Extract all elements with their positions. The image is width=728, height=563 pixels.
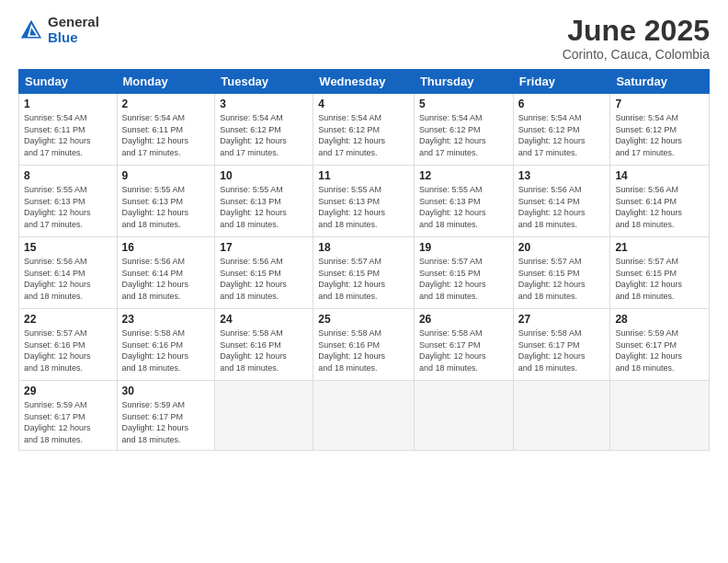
- day-info: Sunrise: 5:55 AMSunset: 6:13 PMDaylight:…: [419, 184, 508, 230]
- day-number: 1: [24, 98, 112, 110]
- calendar-cell: 10Sunrise: 5:55 AMSunset: 6:13 PMDayligh…: [215, 166, 313, 237]
- calendar-week-row: 1Sunrise: 5:54 AMSunset: 6:11 PMDaylight…: [19, 94, 710, 166]
- day-number: 7: [615, 98, 704, 110]
- calendar-cell: 4Sunrise: 5:54 AMSunset: 6:12 PMDaylight…: [313, 94, 415, 166]
- day-info: Sunrise: 5:54 AMSunset: 6:11 PMDaylight:…: [24, 112, 112, 158]
- calendar-cell: 15Sunrise: 5:56 AMSunset: 6:14 PMDayligh…: [19, 237, 118, 309]
- calendar-cell: 27Sunrise: 5:58 AMSunset: 6:17 PMDayligh…: [513, 309, 610, 381]
- day-info: Sunrise: 5:54 AMSunset: 6:12 PMDaylight:…: [615, 112, 704, 158]
- day-info: Sunrise: 5:54 AMSunset: 6:12 PMDaylight:…: [419, 112, 508, 158]
- weekday-header-saturday: Saturday: [610, 70, 710, 94]
- day-info: Sunrise: 5:59 AMSunset: 6:17 PMDaylight:…: [122, 399, 210, 445]
- day-info: Sunrise: 5:55 AMSunset: 6:13 PMDaylight:…: [318, 184, 409, 230]
- weekday-header-monday: Monday: [117, 70, 215, 94]
- day-info: Sunrise: 5:58 AMSunset: 6:17 PMDaylight:…: [419, 327, 508, 373]
- weekday-header-sunday: Sunday: [19, 70, 118, 94]
- day-number: 28: [615, 313, 704, 326]
- calendar-cell: 14Sunrise: 5:56 AMSunset: 6:14 PMDayligh…: [610, 166, 710, 237]
- day-info: Sunrise: 5:55 AMSunset: 6:13 PMDaylight:…: [220, 184, 308, 230]
- day-number: 12: [419, 169, 508, 182]
- day-info: Sunrise: 5:55 AMSunset: 6:13 PMDaylight:…: [122, 184, 210, 230]
- day-info: Sunrise: 5:56 AMSunset: 6:14 PMDaylight:…: [122, 256, 210, 302]
- calendar-header-row: SundayMondayTuesdayWednesdayThursdayFrid…: [19, 70, 710, 94]
- month-title: June 2025: [563, 15, 710, 47]
- page: General Blue June 2025 Corinto, Cauca, C…: [0, 0, 728, 563]
- day-number: 2: [122, 98, 210, 110]
- calendar-cell: 26Sunrise: 5:58 AMSunset: 6:17 PMDayligh…: [414, 309, 513, 381]
- day-info: Sunrise: 5:55 AMSunset: 6:13 PMDaylight:…: [24, 184, 112, 230]
- day-number: 5: [419, 98, 508, 110]
- day-number: 27: [518, 313, 606, 326]
- calendar-cell: 17Sunrise: 5:56 AMSunset: 6:15 PMDayligh…: [215, 237, 313, 309]
- logo: General Blue: [18, 15, 99, 45]
- day-number: 24: [220, 313, 308, 326]
- subtitle: Corinto, Cauca, Colombia: [563, 47, 710, 62]
- weekday-header-wednesday: Wednesday: [313, 70, 415, 94]
- day-number: 25: [318, 313, 409, 326]
- calendar-cell: 22Sunrise: 5:57 AMSunset: 6:16 PMDayligh…: [19, 309, 118, 381]
- calendar-cell: 11Sunrise: 5:55 AMSunset: 6:13 PMDayligh…: [313, 166, 415, 237]
- calendar-cell: 13Sunrise: 5:56 AMSunset: 6:14 PMDayligh…: [513, 166, 610, 237]
- day-info: Sunrise: 5:56 AMSunset: 6:15 PMDaylight:…: [220, 256, 308, 302]
- day-info: Sunrise: 5:56 AMSunset: 6:14 PMDaylight:…: [615, 184, 704, 230]
- day-info: Sunrise: 5:58 AMSunset: 6:16 PMDaylight:…: [318, 327, 409, 373]
- calendar-cell: 24Sunrise: 5:58 AMSunset: 6:16 PMDayligh…: [215, 309, 313, 381]
- day-info: Sunrise: 5:54 AMSunset: 6:12 PMDaylight:…: [518, 112, 606, 158]
- day-info: Sunrise: 5:57 AMSunset: 6:15 PMDaylight:…: [318, 256, 409, 302]
- day-info: Sunrise: 5:59 AMSunset: 6:17 PMDaylight:…: [615, 327, 704, 373]
- calendar-cell: 12Sunrise: 5:55 AMSunset: 6:13 PMDayligh…: [414, 166, 513, 237]
- day-info: Sunrise: 5:54 AMSunset: 6:12 PMDaylight:…: [220, 112, 308, 158]
- calendar-cell: 9Sunrise: 5:55 AMSunset: 6:13 PMDaylight…: [117, 166, 215, 237]
- day-info: Sunrise: 5:56 AMSunset: 6:14 PMDaylight:…: [24, 256, 112, 302]
- day-info: Sunrise: 5:58 AMSunset: 6:16 PMDaylight:…: [122, 327, 210, 373]
- day-number: 14: [615, 169, 704, 182]
- calendar-cell: 7Sunrise: 5:54 AMSunset: 6:12 PMDaylight…: [610, 94, 710, 166]
- calendar-table: SundayMondayTuesdayWednesdayThursdayFrid…: [18, 69, 710, 450]
- day-number: 21: [615, 241, 704, 254]
- day-info: Sunrise: 5:57 AMSunset: 6:15 PMDaylight:…: [419, 256, 508, 302]
- day-number: 10: [220, 169, 308, 182]
- title-area: June 2025 Corinto, Cauca, Colombia: [563, 15, 710, 62]
- day-number: 23: [122, 313, 210, 326]
- day-info: Sunrise: 5:58 AMSunset: 6:17 PMDaylight:…: [518, 327, 606, 373]
- calendar-cell: 3Sunrise: 5:54 AMSunset: 6:12 PMDaylight…: [215, 94, 313, 166]
- calendar-cell: 21Sunrise: 5:57 AMSunset: 6:15 PMDayligh…: [610, 237, 710, 309]
- calendar-week-row: 15Sunrise: 5:56 AMSunset: 6:14 PMDayligh…: [19, 237, 710, 309]
- weekday-header-tuesday: Tuesday: [215, 70, 313, 94]
- calendar-cell: [414, 381, 513, 450]
- day-info: Sunrise: 5:58 AMSunset: 6:16 PMDaylight:…: [220, 327, 308, 373]
- day-info: Sunrise: 5:54 AMSunset: 6:12 PMDaylight:…: [318, 112, 409, 158]
- day-number: 9: [122, 169, 210, 182]
- calendar-week-row: 8Sunrise: 5:55 AMSunset: 6:13 PMDaylight…: [19, 166, 710, 237]
- logo-general: General: [48, 15, 99, 30]
- calendar-cell: 18Sunrise: 5:57 AMSunset: 6:15 PMDayligh…: [313, 237, 415, 309]
- logo-icon: [18, 17, 44, 43]
- day-number: 22: [24, 313, 112, 326]
- calendar-cell: 28Sunrise: 5:59 AMSunset: 6:17 PMDayligh…: [610, 309, 710, 381]
- calendar-cell: 23Sunrise: 5:58 AMSunset: 6:16 PMDayligh…: [117, 309, 215, 381]
- calendar-cell: 8Sunrise: 5:55 AMSunset: 6:13 PMDaylight…: [19, 166, 118, 237]
- calendar-cell: 20Sunrise: 5:57 AMSunset: 6:15 PMDayligh…: [513, 237, 610, 309]
- day-number: 19: [419, 241, 508, 254]
- calendar-cell: [513, 381, 610, 450]
- day-number: 30: [122, 385, 210, 397]
- day-number: 18: [318, 241, 409, 254]
- weekday-header-friday: Friday: [513, 70, 610, 94]
- weekday-header-thursday: Thursday: [414, 70, 513, 94]
- day-number: 11: [318, 169, 409, 182]
- calendar-cell: 1Sunrise: 5:54 AMSunset: 6:11 PMDaylight…: [19, 94, 118, 166]
- day-info: Sunrise: 5:57 AMSunset: 6:15 PMDaylight:…: [518, 256, 606, 302]
- calendar-cell: [610, 381, 710, 450]
- calendar-cell: 5Sunrise: 5:54 AMSunset: 6:12 PMDaylight…: [414, 94, 513, 166]
- day-info: Sunrise: 5:57 AMSunset: 6:15 PMDaylight:…: [615, 256, 704, 302]
- day-number: 29: [24, 385, 112, 397]
- day-info: Sunrise: 5:59 AMSunset: 6:17 PMDaylight:…: [24, 399, 112, 445]
- day-number: 17: [220, 241, 308, 254]
- calendar-cell: [313, 381, 415, 450]
- day-info: Sunrise: 5:56 AMSunset: 6:14 PMDaylight:…: [518, 184, 606, 230]
- day-number: 6: [518, 98, 606, 110]
- day-number: 26: [419, 313, 508, 326]
- day-number: 3: [220, 98, 308, 110]
- calendar-week-row: 29Sunrise: 5:59 AMSunset: 6:17 PMDayligh…: [19, 381, 710, 450]
- calendar-cell: 29Sunrise: 5:59 AMSunset: 6:17 PMDayligh…: [19, 381, 118, 450]
